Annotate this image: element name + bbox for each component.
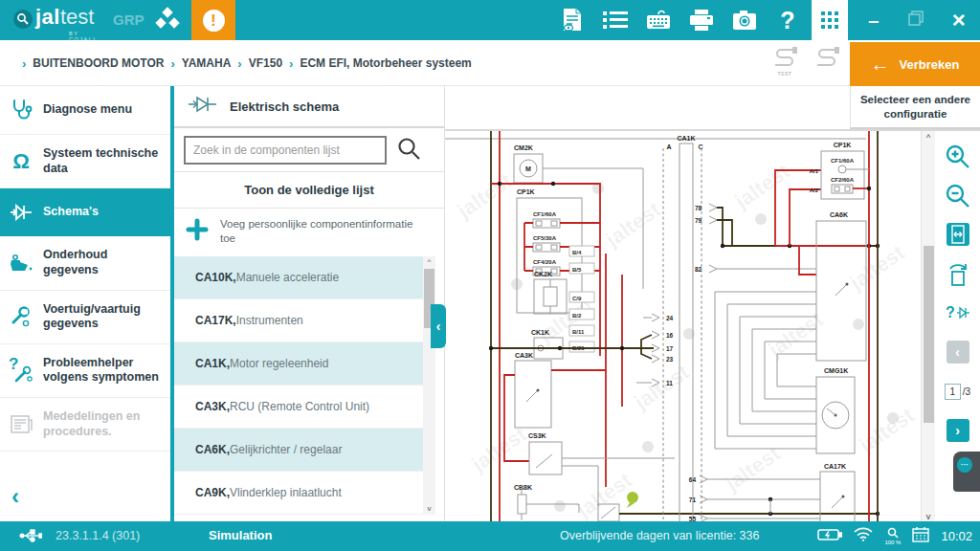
previous-page-button[interactable]: ‹ (945, 339, 971, 365)
legend-help-button[interactable]: ? (945, 299, 971, 326)
warning-icon: ! (203, 10, 225, 32)
clock-label: 10:02 (941, 529, 972, 543)
report-document-icon[interactable] (560, 8, 585, 33)
search-row (174, 128, 444, 172)
breadcrumb-item[interactable]: YAMAHA (182, 56, 232, 70)
schematic-viewport[interactable]: jaltest jaltest jaltest jaltest jaltest … (445, 131, 921, 523)
sidebar-item-vehicle-data[interactable]: Voertuig/vaartuig gegevens (0, 291, 170, 344)
component-row[interactable]: CA6K, Gelijkrichter / regelaar (174, 429, 428, 472)
question-wrench-icon: ? (8, 358, 34, 383)
list-icon[interactable] (603, 8, 628, 33)
component-row[interactable]: CA9K, Vlinderklep inlaatlucht (174, 472, 428, 515)
diagram-label: CA17K (824, 463, 846, 470)
diagram-label: A (666, 143, 671, 150)
diagram-label: CF1/60A (831, 158, 855, 164)
zoom-in-button[interactable] (945, 143, 971, 169)
panel-collapse-tab[interactable]: ‹ (431, 304, 446, 348)
wire-label: B/11 (572, 329, 585, 335)
breadcrumb-item[interactable]: BUITENBOORD MOTOR (33, 56, 164, 70)
pin-number: 24 (666, 315, 674, 321)
newspaper-icon (8, 412, 34, 437)
sidebar-item-system-technical-data[interactable]: Ω Systeem technische data (0, 135, 170, 188)
diagram-label: CB8K (514, 484, 532, 491)
help-icon[interactable]: ? (775, 8, 800, 33)
omega-icon: Ω (8, 149, 34, 174)
sidebar-item-label: Mededelingen en procedures. (43, 409, 165, 439)
wifi-icon (854, 527, 873, 545)
list-scrollbar[interactable]: ^ v (423, 256, 435, 515)
diagram-scrollbar[interactable]: ^ v (921, 131, 935, 523)
scroll-up-icon[interactable]: ^ (922, 131, 935, 144)
back-arrow-icon: ← (871, 54, 890, 76)
support-chat-icon: ··· (957, 457, 972, 473)
panel-title: Elektrisch schema (230, 99, 339, 114)
titlebar-actions: ? (560, 0, 800, 40)
component-row[interactable]: CA10K, Manuele acceleratie (174, 256, 428, 299)
breadcrumb-item[interactable]: ECM EFI, Motorbeheer systeem (300, 56, 471, 70)
sidebar-item-messages-procedures: Mededelingen en procedures. (0, 398, 170, 452)
scroll-down-icon[interactable]: v (423, 503, 435, 515)
apps-grid-button[interactable] (812, 0, 848, 40)
component-row[interactable]: CA3K, RCU (Remote Control Unit) (174, 386, 428, 429)
support-widget[interactable]: ··· (953, 452, 980, 492)
logo-magnifier-icon (13, 10, 33, 29)
zoom-out-button[interactable] (945, 182, 971, 209)
pin-number: 79 (695, 217, 702, 224)
sidebar-item-problem-helper[interactable]: ? Probleemhelper volgens symptomen (0, 344, 170, 398)
version-label: 23.3.1.1.4 (301) (56, 529, 140, 542)
diagram-label: CMG1K (824, 367, 848, 374)
modules-cubes-icon[interactable] (153, 7, 182, 37)
diagram-label: CP1K (517, 188, 535, 195)
scrollbar-thumb[interactable] (924, 246, 934, 423)
sidebar-collapse-chevron[interactable]: ‹ (11, 483, 19, 510)
calendar-icon[interactable] (912, 526, 929, 546)
diagram-label: CA3K (515, 352, 533, 359)
note-bubble-icon (627, 492, 638, 503)
schematic-icon (8, 200, 34, 225)
diode-schema-icon (188, 94, 218, 119)
cable-icon (813, 46, 840, 77)
page-input[interactable]: 1 (945, 384, 961, 400)
rotate-page-button[interactable] (945, 260, 971, 287)
statusbar-tray: 100 % 10:02 (817, 521, 972, 551)
breadcrumb-chevron-icon: › (289, 56, 293, 71)
restore-button[interactable] (908, 11, 924, 30)
search-icon[interactable] (396, 136, 421, 165)
disconnect-button[interactable]: ← Verbreken (850, 42, 980, 86)
stethoscope-icon (8, 98, 34, 122)
search-input[interactable] (184, 136, 387, 165)
select-other-configuration[interactable]: Selecteer een andere configuratie (850, 86, 980, 129)
statusbar: 23.3.1.1.4 (301) Simulation Overblijvend… (0, 521, 980, 551)
grp-label: GRP (113, 11, 145, 28)
test-cable-icon: TEST (771, 46, 798, 77)
diagram-label: CF4/20A (533, 259, 557, 265)
sidebar-item-schemas[interactable]: Schema's (0, 188, 170, 236)
warning-button[interactable]: ! (191, 0, 235, 40)
logo-text: jal (35, 5, 60, 30)
diagram-label: CK2K (534, 271, 552, 277)
components-panel: Elektrisch schema Toon de volledige lijs… (170, 86, 445, 521)
sidebar-item-label: Systeem technische data (43, 146, 165, 176)
zoom-level-indicator[interactable]: 100 % (884, 527, 901, 545)
fit-width-button[interactable] (945, 221, 971, 248)
show-full-list-button[interactable]: Toon de volledige lijst (174, 172, 444, 209)
diagram-label: C (698, 143, 702, 150)
next-page-button[interactable]: › (945, 417, 971, 444)
scroll-up-icon[interactable]: ^ (423, 256, 435, 268)
close-button[interactable]: × (952, 7, 966, 33)
diagram-label: CA1K (677, 135, 695, 142)
camera-icon[interactable] (732, 8, 757, 33)
pin-number: 71 (689, 496, 697, 503)
diagram-label: CA6K (830, 211, 848, 218)
sidebar-item-maintenance-data[interactable]: Onderhoud gegevens (0, 236, 170, 290)
component-row[interactable]: CA17K, Instrumenten (174, 299, 428, 342)
breadcrumb-item[interactable]: VF150 (249, 56, 282, 70)
printer-icon[interactable] (689, 8, 714, 33)
minimize-button[interactable]: – (868, 10, 879, 32)
sidebar-item-diagnose-menu[interactable]: Diagnose menu (0, 86, 170, 135)
add-component-button[interactable]: Voeg persoonlijke componentinformatie to… (174, 209, 444, 254)
keyboard-icon[interactable] (646, 8, 671, 33)
wire-label: C/9 (572, 296, 582, 301)
component-row[interactable]: CA1K, Motor regeleenheid (174, 342, 428, 386)
wire-label: B/2 (572, 313, 582, 319)
